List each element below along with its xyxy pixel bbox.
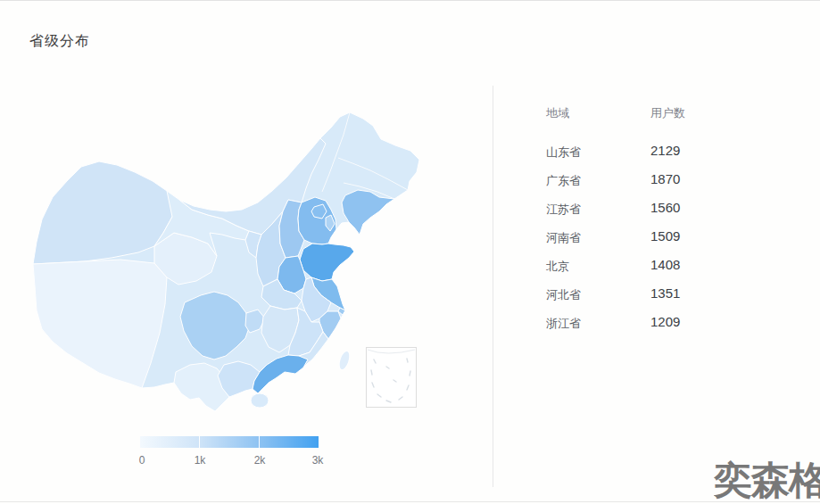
user-count: 1408: [650, 257, 680, 272]
user-count: 1509: [650, 228, 680, 244]
legend-label-2k: 2k: [254, 454, 266, 467]
region-name: 河北省: [546, 287, 581, 303]
table-row: 山东省 2129: [546, 145, 778, 173]
legend-label-3k: 3k: [312, 454, 324, 467]
user-count: 1870: [650, 171, 680, 186]
map-canvas[interactable]: [31, 99, 424, 411]
provincial-distribution-panel: 省级分布: [0, 0, 820, 504]
column-header-users: 用户数: [650, 105, 685, 121]
region-name: 北京: [546, 259, 569, 275]
user-count: 1209: [650, 314, 680, 329]
user-count: 2129: [650, 143, 680, 158]
table-header-row: 地域 用户数: [546, 105, 778, 145]
china-choropleth-map[interactable]: [31, 99, 424, 411]
legend-label-1k: 1k: [195, 454, 206, 467]
south-china-sea-inset: [367, 348, 417, 408]
column-header-region: 地域: [546, 105, 569, 121]
region-name: 河南省: [546, 230, 581, 246]
table-row: 广东省 1870: [546, 173, 778, 202]
province-tibet[interactable]: [33, 260, 167, 388]
legend-labels: 0 1k 2k 3k: [140, 454, 319, 468]
island-hainan[interactable]: [251, 393, 269, 408]
legend-tick-2k: [259, 436, 260, 448]
table-row: 江苏省 1560: [546, 202, 778, 230]
region-name: 江苏省: [546, 202, 581, 218]
island-taiwan[interactable]: [337, 350, 352, 371]
legend-gradient-bar[interactable]: [140, 436, 319, 448]
visual-map-legend: 0 1k 2k 3k: [140, 436, 319, 468]
region-rank-table: 地域 用户数 山东省 2129 广东省 1870 江苏省 1560 河南省 15…: [546, 105, 778, 344]
page-title: 省级分布: [29, 32, 90, 51]
watermark: 奕森格: [714, 460, 820, 502]
bottom-border-line: [0, 501, 820, 502]
region-name: 广东省: [546, 173, 581, 189]
legend-label-0: 0: [139, 454, 145, 467]
user-count: 1560: [650, 200, 680, 215]
region-name: 山东省: [546, 145, 581, 161]
vertical-divider: [493, 86, 493, 487]
table-row: 河南省 1509: [546, 230, 778, 259]
watermark-text: 奕森格: [714, 460, 820, 501]
legend-tick-1k: [199, 436, 200, 448]
table-row: 河北省 1351: [546, 287, 778, 316]
user-count: 1351: [650, 285, 680, 301]
table-row: 浙江省 1209: [546, 316, 778, 344]
table-row: 北京 1408: [546, 259, 778, 287]
region-name: 浙江省: [546, 316, 581, 332]
